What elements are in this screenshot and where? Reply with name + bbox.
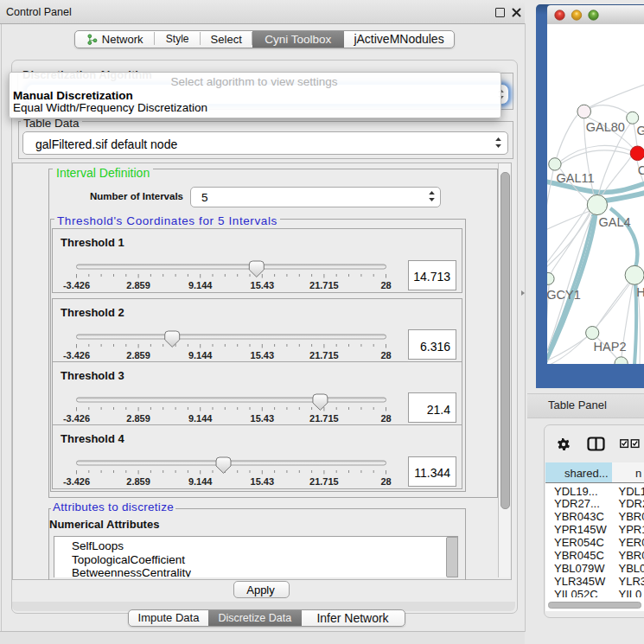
svg-text:GCY1: GCY1 — [547, 288, 581, 302]
svg-text:GAL4: GAL4 — [598, 215, 630, 229]
svg-text:C: C — [637, 163, 644, 176]
svg-text:H: H — [636, 285, 644, 299]
svg-text:GAL80: GAL80 — [585, 120, 624, 134]
svg-text:G: G — [636, 124, 644, 137]
svg-text:HAP2: HAP2 — [593, 340, 626, 354]
svg-text:GAL11: GAL11 — [556, 170, 594, 184]
